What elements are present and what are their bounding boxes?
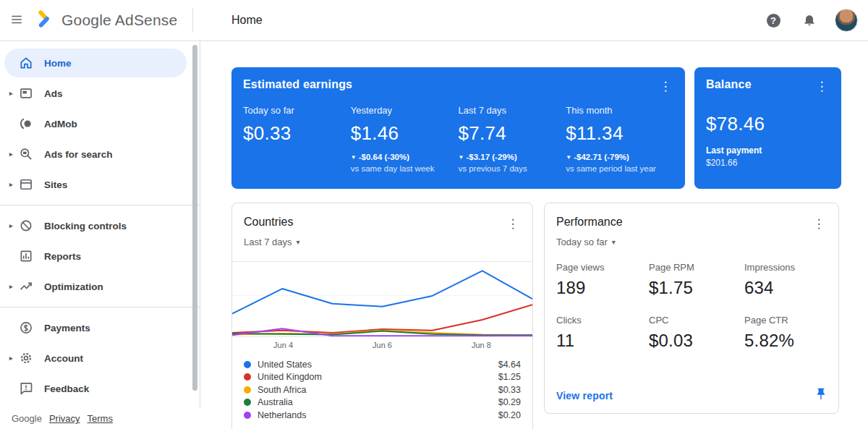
stat-value: 5.82% <box>744 331 827 351</box>
stat-label: Page CTR <box>744 315 827 326</box>
sidebar-item-sites[interactable]: ▸ Sites <box>4 170 187 199</box>
menu-button[interactable] <box>0 4 33 37</box>
stat-label: This month <box>566 105 673 116</box>
page-title: Home <box>231 14 263 27</box>
reports-icon <box>19 249 33 263</box>
stat-value: $1.46 <box>351 122 459 145</box>
sidebar-scrollbar[interactable] <box>192 45 197 391</box>
x-axis-tick: Jun 4 <box>273 341 293 349</box>
countries-overflow-button[interactable]: ⋮ <box>505 216 521 232</box>
bell-icon <box>802 12 817 29</box>
expand-arrow-icon[interactable]: ▸ <box>4 150 19 158</box>
sidebar-item-home[interactable]: Home <box>4 48 187 77</box>
down-arrow-icon: ▼ <box>351 154 357 161</box>
performance-title: Performance <box>556 216 623 229</box>
stat-value: $11.34 <box>566 122 673 145</box>
legend-amount: $0.33 <box>498 385 521 395</box>
stat-value: $0.03 <box>649 331 744 351</box>
performance-stats: Page views 189 Page RPM $1.75 Impression… <box>545 247 838 351</box>
stat-clicks: Clicks 11 <box>556 315 649 351</box>
expand-arrow-icon[interactable]: ▸ <box>4 222 19 229</box>
delta-compare: vs same day last week <box>351 164 459 173</box>
stat-label: Yesterday <box>351 105 459 116</box>
legend-row: United Kingdom $1.25 <box>244 371 521 384</box>
stat-value: 11 <box>556 331 649 351</box>
payments-icon <box>19 320 33 335</box>
expand-arrow-icon[interactable]: ▸ <box>4 90 19 97</box>
kebab-icon: ⋮ <box>507 218 519 230</box>
notifications-button[interactable] <box>793 4 826 37</box>
sidebar-item-label: AdMob <box>44 119 77 129</box>
avatar[interactable] <box>835 9 858 32</box>
earnings-overflow-button[interactable]: ⋮ <box>658 78 673 94</box>
countries-chart-svg <box>232 262 532 336</box>
sidebar-item-account[interactable]: ▸ Account <box>4 344 187 373</box>
sidebar-item-payments[interactable]: Payments <box>4 313 187 342</box>
kebab-icon: ⋮ <box>660 80 672 93</box>
balance-overflow-button[interactable]: ⋮ <box>814 78 830 94</box>
adsense-logo[interactable]: Google AdSense <box>35 9 177 32</box>
feedback-icon <box>19 381 33 396</box>
chart-x-axis: Jun 4 Jun 6 Jun 8 <box>232 337 532 353</box>
stat-label: Last 7 days <box>459 105 566 116</box>
expand-arrow-icon[interactable]: ▸ <box>4 181 19 188</box>
legend-country: Netherlands <box>258 410 306 420</box>
privacy-link[interactable]: Privacy <box>49 413 80 424</box>
delta-compare: vs previous 7 days <box>459 164 566 173</box>
expand-arrow-icon[interactable]: ▸ <box>4 354 19 362</box>
legend-country: United Kingdom <box>258 372 322 382</box>
stat-value: $7.74 <box>459 122 566 145</box>
countries-card: Countries ⋮ Last 7 days ▾ Jun 4 Jun 6 Ju… <box>231 203 533 429</box>
stat-value: 189 <box>556 278 649 298</box>
legend-row: South Africa $0.33 <box>244 383 521 396</box>
main-content: Estimated earnings ⋮ Today so far $0.33 … <box>200 41 868 429</box>
estimated-earnings-title: Estimated earnings <box>243 78 352 91</box>
admob-icon <box>19 116 33 131</box>
legend-amount: $0.20 <box>498 410 521 420</box>
legend-country: South Africa <box>258 385 306 395</box>
pin-button[interactable] <box>814 387 828 404</box>
stat-label: Clicks <box>556 315 649 326</box>
sidebar-item-admob[interactable]: AdMob <box>4 109 187 138</box>
stat-label: Page views <box>556 262 649 273</box>
topbar-actions: ? <box>757 4 868 37</box>
sidebar-item-label: Reports <box>44 251 81 262</box>
sidebar-item-ads-for-search[interactable]: ▸ Ads for search <box>4 140 187 169</box>
sidebar-item-label: Ads for search <box>44 149 113 160</box>
legend-amount: $0.29 <box>498 397 521 407</box>
help-icon: ? <box>767 14 780 27</box>
last-payment-value: $201.66 <box>706 158 830 168</box>
view-report-link[interactable]: View report <box>556 390 613 402</box>
performance-overflow-button[interactable]: ⋮ <box>811 216 827 232</box>
sidebar-item-ads[interactable]: ▸ Ads <box>4 79 187 108</box>
stat-impressions: Impressions 634 <box>744 262 827 298</box>
sidebar-item-label: Payments <box>44 323 90 334</box>
stat-value: $0.33 <box>243 122 351 145</box>
earnings-col-this-month: This month $11.34 ▼-$42.71 (-79%) vs sam… <box>566 105 673 173</box>
delta-value: -$0.64 (-30%) <box>359 153 409 161</box>
adsense-logo-icon <box>35 9 55 32</box>
sidebar-item-reports[interactable]: Reports <box>4 242 187 271</box>
terms-link[interactable]: Terms <box>88 413 113 424</box>
sidebar-item-label: Blocking controls <box>44 221 127 232</box>
account-gear-icon <box>19 351 33 365</box>
sidebar-item-blocking-controls[interactable]: ▸ Blocking controls <box>4 211 187 240</box>
countries-range-dropdown[interactable]: Last 7 days ▾ <box>244 237 300 247</box>
help-button[interactable]: ? <box>757 4 790 37</box>
chevron-down-icon: ▾ <box>612 238 616 246</box>
sidebar-item-optimization[interactable]: ▸ Optimization <box>4 272 187 301</box>
performance-range-dropdown[interactable]: Today so far ▾ <box>556 237 616 247</box>
legend-dot <box>244 399 251 406</box>
expand-arrow-icon[interactable]: ▸ <box>4 283 19 290</box>
chevron-down-icon: ▾ <box>297 238 300 246</box>
stat-page-ctr: Page CTR 5.82% <box>744 315 827 351</box>
legend-amount: $4.64 <box>498 360 521 370</box>
stat-value: $1.75 <box>649 278 744 298</box>
blocking-controls-icon <box>19 218 33 233</box>
sidebar-item-feedback[interactable]: Feedback <box>4 374 187 403</box>
delta-value: -$3.17 (-29%) <box>466 153 516 161</box>
sidebar-divider <box>0 205 200 205</box>
stat-cpc: CPC $0.03 <box>649 315 744 351</box>
delta-compare: vs same period last year <box>566 164 673 173</box>
legend-row: Netherlands $0.20 <box>244 409 521 422</box>
